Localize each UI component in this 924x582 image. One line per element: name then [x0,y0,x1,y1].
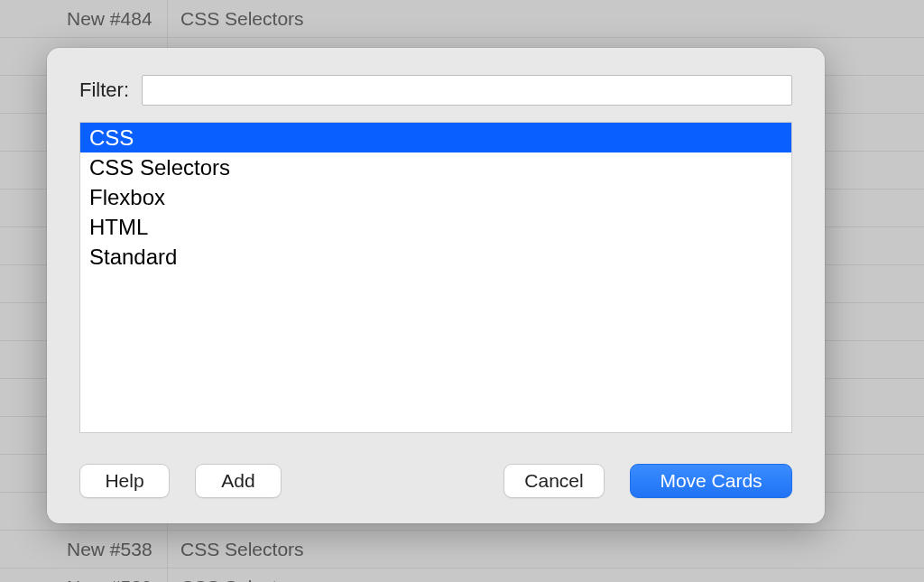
filter-label: Filter: [79,79,129,102]
filter-row: Filter: [79,75,792,106]
move-cards-dialog: Filter: CSSCSS SelectorsFlexboxHTMLStand… [47,48,825,523]
deck-name-cell: CSS Selectors [168,539,304,560]
add-button[interactable]: Add [195,464,282,498]
list-item[interactable]: Standard [80,242,791,272]
table-row: New #538CSS Selectors [0,531,924,568]
spacer [307,464,478,498]
help-button[interactable]: Help [79,464,170,498]
card-id-cell: New #484 [0,0,168,37]
table-row: New #484CSS Selectors [0,0,924,38]
dialog-button-row: Help Add Cancel Move Cards [79,464,792,498]
card-id-cell: New #539 [0,568,168,582]
filter-input[interactable] [142,75,792,106]
cancel-button[interactable]: Cancel [504,464,605,498]
move-cards-button[interactable]: Move Cards [630,464,792,498]
list-item[interactable]: Flexbox [80,182,791,212]
list-item[interactable]: CSS Selectors [80,152,791,182]
list-item[interactable]: CSS [80,123,791,152]
card-id-cell: New #538 [0,531,168,568]
list-item[interactable]: HTML [80,212,791,242]
deck-name-cell: CSS Selectors [168,8,304,30]
table-row: New #539CSS Selectors [0,568,924,582]
deck-name-cell: CSS Selectors [168,577,304,583]
deck-list[interactable]: CSSCSS SelectorsFlexboxHTMLStandard [79,122,792,433]
